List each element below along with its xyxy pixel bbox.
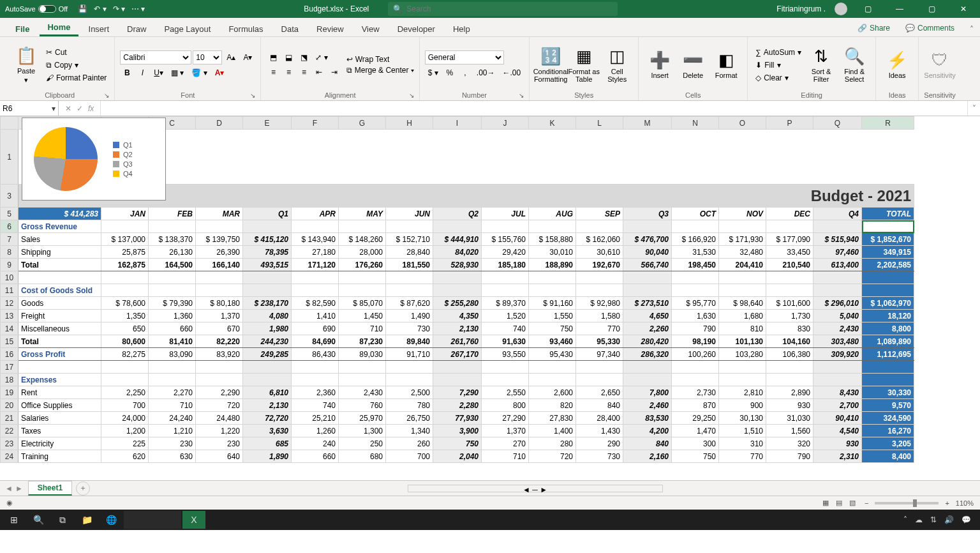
cell-G12[interactable]: $ 85,070 bbox=[339, 297, 386, 310]
border-button[interactable]: ▦ ▾ bbox=[168, 66, 187, 79]
cell-B17[interactable] bbox=[101, 361, 149, 374]
cell-A19[interactable]: Rent bbox=[19, 386, 101, 399]
ideas-button[interactable]: ⚡Ideas bbox=[881, 42, 913, 88]
cell-N22[interactable]: 1,470 bbox=[672, 425, 719, 437]
cell-R18[interactable] bbox=[862, 374, 914, 386]
normal-view-icon[interactable]: ▦ bbox=[820, 497, 831, 508]
cell-B11[interactable] bbox=[101, 284, 149, 297]
cell-F6[interactable] bbox=[292, 220, 339, 233]
fill-button[interactable]: ⬇ Fill ▾ bbox=[753, 59, 804, 71]
cell-G11[interactable] bbox=[339, 284, 386, 297]
merge-center-button[interactable]: ⧉ Merge & Center ▾ bbox=[346, 66, 413, 75]
cell-L7[interactable]: $ 162,060 bbox=[576, 233, 623, 246]
cell-Q7[interactable]: $ 515,940 bbox=[813, 233, 862, 246]
undo-icon[interactable]: ↶ ▾ bbox=[94, 4, 106, 13]
cell-N15[interactable]: 98,190 bbox=[672, 335, 719, 348]
cell-D11[interactable] bbox=[196, 284, 243, 297]
cell-L18[interactable] bbox=[576, 374, 623, 386]
cell-A5[interactable]: $ 414,283 bbox=[19, 208, 101, 220]
cell-R7[interactable]: $ 1,852,670 bbox=[862, 233, 914, 246]
indent-increase-icon[interactable]: ⇥ bbox=[327, 66, 341, 79]
cell-G21[interactable]: 25,970 bbox=[339, 412, 386, 425]
tray-onedrive-icon[interactable]: ☁ bbox=[915, 515, 923, 524]
cell-C17[interactable] bbox=[149, 361, 196, 374]
cell-D19[interactable]: 2,290 bbox=[196, 386, 243, 399]
cell-Q9[interactable]: 613,400 bbox=[813, 259, 862, 271]
cell-E9[interactable]: 493,515 bbox=[243, 259, 292, 271]
cell-A24[interactable]: Training bbox=[19, 450, 101, 463]
row-header-22[interactable]: 22 bbox=[1, 425, 19, 437]
cell-D23[interactable]: 230 bbox=[196, 437, 243, 450]
cell-E6[interactable] bbox=[243, 220, 292, 233]
cell-H17[interactable] bbox=[386, 361, 433, 374]
cell-C9[interactable]: 164,500 bbox=[149, 259, 196, 271]
col-header-Q[interactable]: Q bbox=[813, 117, 862, 130]
cell-E17[interactable] bbox=[243, 361, 292, 374]
row-header-3[interactable]: 3 bbox=[1, 185, 19, 208]
tab-draw[interactable]: Draw bbox=[119, 20, 154, 36]
cell-K10[interactable] bbox=[529, 271, 576, 284]
header-Q3[interactable]: Q3 bbox=[623, 208, 672, 220]
cell-D14[interactable]: 670 bbox=[196, 322, 243, 335]
cell-F9[interactable]: 171,120 bbox=[292, 259, 339, 271]
cell-O12[interactable]: $ 98,640 bbox=[719, 297, 766, 310]
cell-A11[interactable]: Cost of Goods Sold bbox=[19, 284, 101, 297]
cell-K12[interactable]: $ 91,160 bbox=[529, 297, 576, 310]
cell-N7[interactable]: $ 166,920 bbox=[672, 233, 719, 246]
header-MAR[interactable]: MAR bbox=[196, 208, 243, 220]
cell-N17[interactable] bbox=[672, 361, 719, 374]
cell-Q8[interactable]: 97,460 bbox=[813, 246, 862, 259]
insert-cells-button[interactable]: ➕Insert bbox=[644, 42, 676, 88]
cell-A22[interactable]: Taxes bbox=[19, 425, 101, 437]
cell-J9[interactable]: 185,180 bbox=[482, 259, 529, 271]
user-name[interactable]: Fitrianingrum . bbox=[776, 4, 826, 13]
cell-F19[interactable]: 2,360 bbox=[292, 386, 339, 399]
tray-network-icon[interactable]: ⇅ bbox=[930, 515, 937, 524]
col-header-P[interactable]: P bbox=[766, 117, 813, 130]
cell-B24[interactable]: 620 bbox=[101, 450, 149, 463]
cell-R24[interactable]: 8,400 bbox=[862, 450, 914, 463]
cell-P7[interactable]: $ 177,090 bbox=[766, 233, 813, 246]
tray-notifications-icon[interactable]: 💬 bbox=[961, 515, 971, 524]
cell-styles-button[interactable]: ◫Cell Styles bbox=[601, 42, 633, 88]
cell-F7[interactable]: $ 143,940 bbox=[292, 233, 339, 246]
cell-A8[interactable]: Shipping bbox=[19, 246, 101, 259]
expand-formula-bar-icon[interactable]: ˅ bbox=[967, 101, 980, 116]
cell-A15[interactable]: Total bbox=[19, 335, 101, 348]
tell-me-search[interactable]: 🔍 bbox=[388, 2, 618, 16]
cell-R14[interactable]: 8,800 bbox=[862, 322, 914, 335]
cell-J21[interactable]: 27,290 bbox=[482, 412, 529, 425]
cell-D6[interactable] bbox=[196, 220, 243, 233]
cell-G8[interactable]: 28,000 bbox=[339, 246, 386, 259]
cell-R22[interactable]: 16,270 bbox=[862, 425, 914, 437]
cell-E7[interactable]: $ 415,120 bbox=[243, 233, 292, 246]
cell-I11[interactable] bbox=[433, 284, 482, 297]
enter-formula-icon[interactable]: ✓ bbox=[77, 104, 83, 113]
cell-I9[interactable]: 528,930 bbox=[433, 259, 482, 271]
cell-D24[interactable]: 640 bbox=[196, 450, 243, 463]
cell-R6[interactable] bbox=[862, 220, 914, 233]
cell-G16[interactable]: 89,030 bbox=[339, 348, 386, 361]
cell-P9[interactable]: 210,540 bbox=[766, 259, 813, 271]
cell-H24[interactable]: 700 bbox=[386, 450, 433, 463]
task-view-icon[interactable]: ⧉ bbox=[51, 511, 74, 529]
cell-G23[interactable]: 250 bbox=[339, 437, 386, 450]
align-left-icon[interactable]: ≡ bbox=[266, 66, 280, 79]
cell-E18[interactable] bbox=[243, 374, 292, 386]
cell-L9[interactable]: 192,670 bbox=[576, 259, 623, 271]
row-header-20[interactable]: 20 bbox=[1, 399, 19, 412]
align-top-icon[interactable]: ⬒ bbox=[266, 51, 280, 64]
zoom-slider[interactable] bbox=[875, 502, 939, 504]
italic-button[interactable]: I bbox=[135, 66, 149, 79]
header-AUG[interactable]: AUG bbox=[529, 208, 576, 220]
font-color-button[interactable]: A ▾ bbox=[212, 66, 228, 79]
cell-J23[interactable]: 270 bbox=[482, 437, 529, 450]
cell-K6[interactable] bbox=[529, 220, 576, 233]
search-input[interactable] bbox=[406, 4, 612, 13]
row-header-7[interactable]: 7 bbox=[1, 233, 19, 246]
avatar[interactable] bbox=[835, 3, 847, 15]
cell-K21[interactable]: 27,830 bbox=[529, 412, 576, 425]
cell-F15[interactable]: 84,690 bbox=[292, 335, 339, 348]
cell-R20[interactable]: 9,570 bbox=[862, 399, 914, 412]
conditional-formatting-button[interactable]: 🔢Conditional Formatting bbox=[535, 42, 567, 88]
